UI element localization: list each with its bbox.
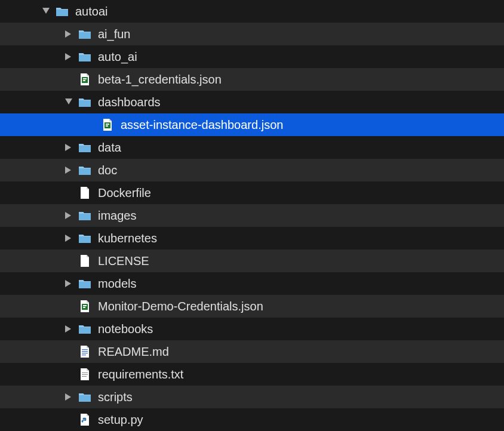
item-label: beta-1_credentials.json: [98, 73, 222, 87]
item-label: asset-instance-dashboard.json: [121, 118, 283, 132]
file-icon: [78, 254, 92, 267]
folder-icon: [78, 27, 92, 41]
chevron-right-icon[interactable]: [64, 279, 73, 288]
file-row[interactable]: Monitor-Demo-Credentials.json: [0, 295, 504, 318]
item-label: README.md: [98, 345, 169, 359]
item-label: Monitor-Demo-Credentials.json: [98, 300, 263, 313]
item-label: autoai: [75, 5, 108, 19]
file-icon: [78, 73, 92, 86]
folder-icon: [78, 277, 92, 290]
item-label: notebooks: [98, 322, 153, 336]
chevron-right-icon[interactable]: [64, 211, 73, 220]
folder-icon: [78, 209, 92, 222]
folder-row[interactable]: ai_fun: [0, 23, 504, 45]
folder-row[interactable]: scripts: [0, 386, 504, 408]
item-label: Dockerfile: [98, 186, 151, 200]
file-icon: [78, 345, 92, 358]
chevron-down-icon[interactable]: [64, 98, 73, 106]
file-row[interactable]: Dockerfile: [0, 181, 504, 204]
file-row[interactable]: LICENSE: [0, 250, 504, 272]
chevron-right-icon[interactable]: [64, 393, 73, 401]
folder-icon: [78, 164, 92, 177]
file-row[interactable]: beta-1_credentials.json: [0, 68, 504, 91]
file-row[interactable]: README.md: [0, 340, 504, 363]
item-label: auto_ai: [98, 50, 137, 64]
file-icon: [78, 300, 92, 313]
chevron-down-icon[interactable]: [42, 7, 50, 16]
item-label: ai_fun: [98, 27, 131, 41]
file-icon: [78, 413, 92, 426]
item-label: kubernetes: [98, 232, 157, 245]
item-label: data: [98, 141, 121, 155]
item-label: scripts: [98, 390, 133, 404]
folder-row[interactable]: kubernetes: [0, 227, 504, 250]
folder-icon: [78, 50, 92, 63]
item-label: requirements.txt: [98, 368, 183, 381]
folder-row[interactable]: models: [0, 272, 504, 295]
item-label: doc: [98, 164, 117, 177]
chevron-right-icon[interactable]: [64, 325, 73, 333]
chevron-right-icon[interactable]: [64, 166, 73, 174]
item-label: dashboards: [98, 96, 161, 109]
folder-row[interactable]: images: [0, 204, 504, 227]
chevron-right-icon[interactable]: [64, 143, 73, 152]
item-label: images: [98, 209, 136, 223]
folder-row[interactable]: data: [0, 136, 504, 159]
file-row[interactable]: setup.py: [0, 408, 504, 431]
folder-icon: [78, 322, 92, 335]
folder-icon: [55, 5, 69, 18]
folder-row[interactable]: notebooks: [0, 318, 504, 340]
chevron-right-icon[interactable]: [64, 234, 73, 242]
item-label: setup.py: [98, 413, 143, 427]
item-label: models: [98, 277, 136, 291]
file-icon: [100, 118, 115, 131]
folder-icon: [78, 390, 92, 404]
folder-row[interactable]: doc: [0, 159, 504, 181]
chevron-right-icon[interactable]: [64, 30, 73, 38]
folder-icon: [78, 232, 92, 245]
folder-row[interactable]: auto_ai: [0, 45, 504, 68]
file-tree: autoaiai_funauto_aibeta-1_credentials.js…: [0, 0, 504, 431]
file-icon: [78, 186, 92, 199]
item-label: LICENSE: [98, 254, 149, 268]
file-row[interactable]: asset-instance-dashboard.json: [0, 113, 504, 136]
folder-row[interactable]: dashboards: [0, 91, 504, 113]
chevron-right-icon[interactable]: [64, 53, 73, 61]
folder-icon: [78, 141, 92, 154]
file-icon: [78, 368, 92, 381]
folder-icon: [78, 96, 92, 109]
folder-row[interactable]: autoai: [0, 0, 504, 23]
file-row[interactable]: requirements.txt: [0, 363, 504, 386]
